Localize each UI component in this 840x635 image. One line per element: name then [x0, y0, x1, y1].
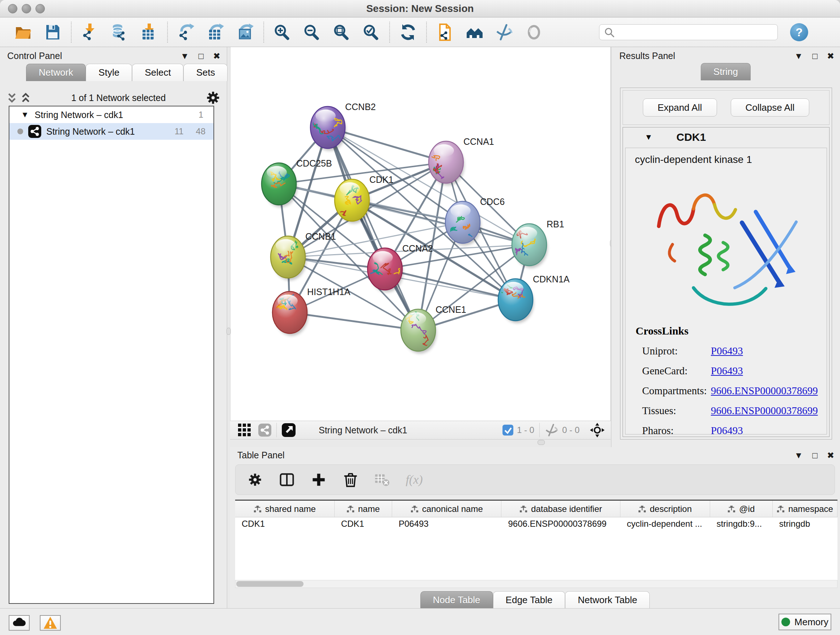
- column-header-@id[interactable]: @id: [710, 501, 773, 517]
- panel-float-icon[interactable]: ▼: [794, 451, 803, 460]
- crosslink-link[interactable]: P06493: [711, 365, 743, 377]
- network-edge[interactable]: [328, 127, 418, 330]
- collapse-all-icon[interactable]: [6, 92, 17, 103]
- search-box[interactable]: [599, 24, 778, 40]
- tab-sets[interactable]: Sets: [183, 64, 227, 81]
- panel-float-icon[interactable]: ▼: [794, 52, 803, 60]
- network-node[interactable]: RB1: [512, 219, 564, 268]
- delete-table-button[interactable]: [373, 470, 392, 489]
- edge-count: 48: [196, 126, 205, 136]
- cloud-button[interactable]: [9, 615, 30, 631]
- column-header-namespace[interactable]: namespace: [773, 501, 837, 517]
- network-node[interactable]: CDC6: [445, 196, 505, 245]
- tab-edge-table[interactable]: Edge Table: [493, 591, 565, 608]
- network-view-canvas[interactable]: CCNB2 CCNA1 CDC25B CDK1 CDC6 RB1 CCNB1: [230, 47, 611, 421]
- export-image-button[interactable]: [235, 22, 256, 42]
- panel-float-icon[interactable]: ▼: [180, 52, 189, 60]
- panel-maximize-icon[interactable]: □: [812, 52, 818, 60]
- crosslink-link[interactable]: P06493: [711, 424, 743, 434]
- tab-network-table[interactable]: Network Table: [565, 591, 650, 608]
- home-button[interactable]: [464, 22, 485, 42]
- table-cell[interactable]: CDK1: [335, 517, 392, 531]
- network-node[interactable]: CCNB1: [271, 231, 336, 280]
- column-header-description[interactable]: description: [621, 501, 710, 517]
- pan-crosshair-icon[interactable]: [590, 423, 605, 438]
- save-session-button[interactable]: [43, 22, 63, 42]
- export-network-button[interactable]: [176, 22, 196, 42]
- left-splitter-handle[interactable]: [226, 328, 231, 335]
- network-node[interactable]: CCNE1: [401, 304, 466, 353]
- network-node[interactable]: HIST1H1A: [272, 287, 351, 336]
- table-cell[interactable]: CDK1: [235, 517, 335, 531]
- table-cell[interactable]: stringdb: [773, 517, 837, 531]
- tab-select[interactable]: Select: [132, 64, 183, 81]
- tab-network[interactable]: Network: [26, 64, 86, 81]
- show-columns-button[interactable]: [278, 470, 296, 489]
- network-node[interactable]: CCNB2: [310, 102, 376, 150]
- table-cell[interactable]: P06493: [392, 517, 502, 531]
- crosslink-link[interactable]: 9606.ENSP00000378699: [711, 405, 818, 417]
- add-column-button[interactable]: [309, 470, 328, 489]
- search-input[interactable]: [615, 27, 774, 37]
- expand-all-icon[interactable]: [20, 92, 31, 103]
- table-settings-button[interactable]: [246, 470, 264, 489]
- network-collection-row[interactable]: ▼ String Network – cdk1 1: [9, 106, 213, 123]
- expand-all-button[interactable]: Expand All: [643, 98, 717, 117]
- toggle-glasses-icon: [525, 24, 543, 41]
- import-network-button[interactable]: [80, 22, 100, 42]
- selected-checkbox-icon[interactable]: [502, 424, 513, 435]
- scrollbar-thumb[interactable]: [236, 581, 303, 587]
- table-cell[interactable]: cyclin-dependent ...: [621, 517, 710, 531]
- birdseye-toggle-icon[interactable]: [282, 423, 295, 437]
- export-table-button[interactable]: [205, 22, 226, 42]
- panel-maximize-icon[interactable]: □: [198, 52, 204, 60]
- table-row[interactable]: CDK1CDK1P064939606.ENSP00000378699cyclin…: [235, 517, 837, 531]
- gear-icon[interactable]: [206, 90, 220, 105]
- table-cell[interactable]: 9606.ENSP00000378699: [501, 517, 620, 531]
- memory-button[interactable]: Memory: [778, 614, 831, 630]
- column-header-name[interactable]: name: [335, 501, 392, 517]
- table-cell[interactable]: stringdb:9...: [710, 517, 773, 531]
- collapse-all-button[interactable]: Collapse All: [731, 98, 810, 117]
- column-header-database-identifier[interactable]: database identifier: [501, 501, 620, 517]
- table-hscrollbar[interactable]: [235, 580, 837, 588]
- panel-close-icon[interactable]: ✖: [827, 451, 834, 460]
- network-node[interactable]: CDC25B: [262, 158, 332, 207]
- column-header-canonical-name[interactable]: canonical name: [392, 501, 502, 517]
- tab-style[interactable]: Style: [86, 64, 132, 81]
- panel-close-icon[interactable]: ✖: [827, 52, 834, 60]
- warnings-button[interactable]: [40, 615, 61, 631]
- crosslink-link[interactable]: P06493: [711, 345, 743, 357]
- panel-maximize-icon[interactable]: □: [812, 451, 818, 460]
- import-database-button[interactable]: [109, 22, 129, 42]
- zoom-selected-button[interactable]: [361, 22, 381, 42]
- network-node[interactable]: CCNA1: [426, 136, 494, 185]
- section-expander-icon[interactable]: ▼: [645, 133, 653, 142]
- tab-node-table[interactable]: Node Table: [420, 591, 493, 608]
- tab-string[interactable]: String: [701, 63, 751, 80]
- zoom-fit-button[interactable]: [332, 22, 352, 42]
- function-builder-button[interactable]: f(x): [405, 470, 424, 489]
- share-document-button[interactable]: [435, 22, 455, 42]
- refresh-network-button[interactable]: [398, 22, 418, 42]
- grid-mode-icon[interactable]: [238, 424, 251, 437]
- expander-triangle-icon[interactable]: ▼: [21, 110, 29, 119]
- help-button[interactable]: ?: [790, 23, 808, 41]
- bottom-splitter-handle[interactable]: [538, 440, 545, 445]
- delete-column-button[interactable]: [341, 470, 360, 489]
- network-mode-icon[interactable]: [258, 424, 271, 437]
- hide-selected-button[interactable]: [494, 22, 515, 42]
- network-edge[interactable]: [290, 312, 418, 330]
- open-session-button[interactable]: [13, 22, 33, 42]
- panel-close-icon[interactable]: ✖: [213, 52, 220, 60]
- toggle-glasses-button[interactable]: [524, 22, 544, 42]
- crosslink-link[interactable]: 9606.ENSP00000378699: [711, 385, 818, 397]
- zoom-in-button[interactable]: [272, 22, 292, 42]
- network-edge[interactable]: [385, 269, 515, 300]
- network-row[interactable]: String Network – cdk1 11 48: [9, 123, 213, 140]
- network-node[interactable]: CDKN1A: [494, 274, 570, 323]
- zoom-out-button[interactable]: [302, 22, 322, 42]
- import-table-button[interactable]: [139, 22, 159, 42]
- column-header-shared-name[interactable]: shared name: [235, 501, 335, 517]
- hidden-eye-icon[interactable]: [545, 423, 559, 437]
